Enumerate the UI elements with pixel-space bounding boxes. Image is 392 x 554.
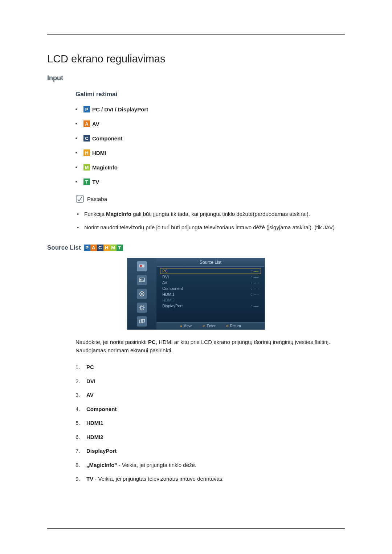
source-bold: AV xyxy=(86,392,94,398)
mode-item: T TV xyxy=(75,178,345,185)
osd-footer-return-label: Return xyxy=(230,324,241,328)
osd-row-value: : ---- xyxy=(251,292,259,296)
source-bold: DVI xyxy=(86,378,95,384)
bullet-icon xyxy=(75,138,77,139)
mode-item: H HDMI xyxy=(75,149,345,156)
osd-menu: Source List PC : ---- DVI : ---- AV : --… xyxy=(127,258,265,330)
bullet-icon xyxy=(75,167,77,168)
note-item: Funkcija MagicInfo gali būti įjungta tik… xyxy=(75,210,345,218)
modes-list: P PC / DVI / DisplayPort A AV C Componen… xyxy=(75,106,345,185)
osd-footer: ♦ Move ↵ Enter ↺ Return xyxy=(156,322,265,329)
source-list-description: Naudokite, jei norite pasirinkti PC, HDM… xyxy=(75,338,345,355)
source-bold: PC xyxy=(86,364,94,370)
note-icon xyxy=(75,194,84,203)
osd-row[interactable]: PC : ---- xyxy=(160,268,261,274)
osd-row[interactable]: Component : ---- xyxy=(160,286,261,291)
osd-multi-icon[interactable] xyxy=(137,316,147,327)
osd-row-label: PC xyxy=(162,269,168,273)
source-item: HDMI2 xyxy=(75,433,345,442)
mode-m-icon: M xyxy=(110,245,117,251)
source-item: DVI xyxy=(75,377,345,386)
note-header: Pastaba xyxy=(75,194,345,203)
osd-row-value: : ---- xyxy=(251,280,259,285)
source-rest: - Veikia, jei prijungtas televizoriaus i… xyxy=(93,476,224,482)
source-ordered-list: PC DVI AV Component HDMI1 HDMI2 DisplayP… xyxy=(75,363,345,483)
bottom-divider xyxy=(47,528,345,529)
mode-p-icon: P xyxy=(83,106,90,112)
osd-setup-icon[interactable] xyxy=(137,303,147,313)
mode-p-icon: P xyxy=(84,245,90,251)
osd-footer-return: ↺ Return xyxy=(226,324,241,328)
note-prefix: Funkcija xyxy=(84,211,106,217)
svg-rect-8 xyxy=(139,320,142,323)
mode-t-icon: T xyxy=(117,245,123,251)
svg-rect-9 xyxy=(142,319,144,322)
osd-row-value: : ---- xyxy=(251,286,259,291)
osd-body: Source List PC : ---- DVI : ---- AV : --… xyxy=(127,258,265,329)
page-title: LCD ekrano reguliavimas xyxy=(47,53,345,65)
mode-t-icon: T xyxy=(83,178,90,185)
source-item: AV xyxy=(75,391,345,399)
source-item: DisplayPort xyxy=(75,447,345,455)
osd-row[interactable]: DVI : ---- xyxy=(160,274,261,280)
mode-item: M MagicInfo xyxy=(75,164,345,171)
source-list-heading: Source List P A C H M T xyxy=(47,244,345,251)
updown-icon: ♦ xyxy=(180,324,182,328)
source-bold: TV xyxy=(86,476,93,482)
osd-footer-enter-label: Enter xyxy=(207,324,216,328)
mode-h-icon: H xyxy=(103,245,110,251)
bullet-icon xyxy=(75,123,77,124)
svg-rect-0 xyxy=(76,195,83,202)
osd-row: HDMI2 xyxy=(160,297,261,303)
osd-footer-move: ♦ Move xyxy=(180,324,192,328)
mode-item: P PC / DVI / DisplayPort xyxy=(75,106,345,112)
osd-row-value: : ---- xyxy=(251,304,259,308)
osd-row-label: Component xyxy=(162,286,183,291)
top-divider xyxy=(47,34,345,35)
osd-content: PC : ---- DVI : ---- AV : ---- Component… xyxy=(156,267,265,322)
mode-label: PC / DVI / DisplayPort xyxy=(92,106,148,112)
mode-c-icon: C xyxy=(83,135,90,141)
desc-bold: PC xyxy=(148,339,156,345)
mode-h-icon: H xyxy=(83,149,90,156)
osd-picture-icon[interactable] xyxy=(137,275,147,285)
return-icon: ↺ xyxy=(226,324,229,328)
osd-row[interactable]: HDMI1 : ---- xyxy=(160,291,261,297)
source-bold: Component xyxy=(86,406,117,412)
osd-header: Source List xyxy=(156,258,265,267)
svg-point-2 xyxy=(140,265,142,267)
source-bold: DisplayPort xyxy=(86,448,117,454)
osd-row[interactable]: AV : ---- xyxy=(160,280,261,286)
note-item: Norint naudoti televizorių prie jo turi … xyxy=(75,223,345,231)
osd-row-label: HDMI1 xyxy=(162,292,175,296)
mode-label: HDMI xyxy=(92,150,106,156)
bullet-icon xyxy=(75,181,77,182)
source-item: PC xyxy=(75,363,345,372)
mode-m-icon: M xyxy=(83,164,90,171)
osd-row-label: DVI xyxy=(162,275,169,279)
source-item: „MagicInfo" - Veikia, jei prijungta tink… xyxy=(75,461,345,469)
note-rest: gali būti įjungta tik tada, kai prijungt… xyxy=(131,211,310,217)
mode-label: TV xyxy=(92,179,99,185)
osd-row-value: : ---- xyxy=(251,275,259,279)
desc-prefix: Naudokite, jei norite pasirinkti xyxy=(75,339,148,345)
note-rest: Norint naudoti televizorių prie jo turi … xyxy=(84,224,335,230)
osd-row-label: HDMI2 xyxy=(162,298,175,302)
svg-point-7 xyxy=(140,306,143,309)
note-bold: MagicInfo xyxy=(106,211,131,217)
source-bold: „MagicInfo" xyxy=(86,462,117,468)
mode-a-icon: A xyxy=(83,120,90,127)
osd-sound-icon[interactable] xyxy=(137,289,147,299)
source-item: HDMI1 xyxy=(75,419,345,427)
source-bold: HDMI2 xyxy=(86,434,103,440)
modes-heading: Galimi režimai xyxy=(75,91,345,98)
source-list-mode-icons: P A C H M T xyxy=(84,245,123,251)
osd-footer-move-label: Move xyxy=(183,324,192,328)
osd-input-icon[interactable] xyxy=(137,261,147,271)
osd-row[interactable]: DisplayPort : ---- xyxy=(160,303,261,309)
svg-point-6 xyxy=(141,293,143,295)
source-rest: - Veikia, jei prijungta tinklo dėžė. xyxy=(117,462,196,468)
mode-label: MagicInfo xyxy=(92,164,118,171)
mode-c-icon: C xyxy=(97,245,103,251)
osd-footer-enter: ↵ Enter xyxy=(203,324,216,328)
